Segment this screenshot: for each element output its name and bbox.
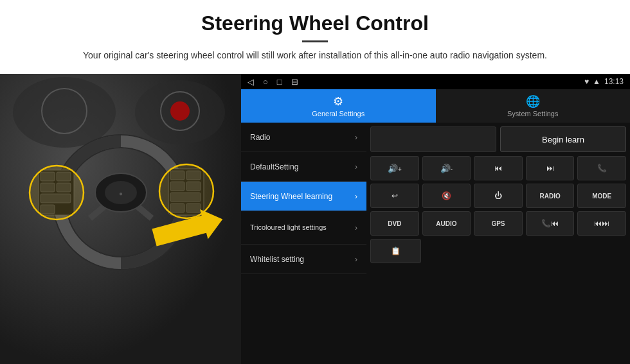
main-area: Radio › DefaultSetting › Steering Wheel … bbox=[241, 123, 630, 364]
chevron-icon-steering: › bbox=[355, 192, 357, 201]
prev-track-button[interactable]: ⏮ bbox=[474, 156, 523, 180]
gear-icon: ⚙ bbox=[333, 94, 343, 108]
menu-item-default-label: DefaultSetting bbox=[250, 162, 355, 171]
next-track-icon: ⏭ bbox=[546, 164, 554, 173]
menu-item-radio[interactable]: Radio › bbox=[241, 123, 366, 152]
android-unit: ◁ ○ □ ⊟ ♥ ▲ 13:13 ⚙ General Settings bbox=[241, 74, 630, 364]
begin-learn-button[interactable]: Begin learn bbox=[500, 126, 626, 152]
menu-item-whitelist[interactable]: Whitelist setting › bbox=[241, 245, 366, 274]
nav-icons: ◁ ○ □ ⊟ bbox=[248, 77, 298, 87]
control-grid-row3: DVD AUDIO GPS 📞⏮ ⏮⏭ bbox=[370, 211, 626, 236]
list-button[interactable]: 📋 bbox=[370, 239, 421, 263]
menu-item-default[interactable]: DefaultSetting › bbox=[241, 152, 366, 182]
tab-general-settings[interactable]: ⚙ General Settings bbox=[241, 89, 436, 123]
back-arrow-icon: ↩ bbox=[392, 191, 398, 200]
globe-icon: 🌐 bbox=[526, 94, 540, 108]
mode-label: MODE bbox=[592, 193, 611, 200]
gps-label: GPS bbox=[491, 220, 505, 227]
location-icon: ♥ bbox=[584, 77, 589, 86]
chevron-icon-default: › bbox=[355, 162, 357, 171]
subtitle: Your original car's steering wheel contr… bbox=[51, 49, 579, 62]
tab-system-label: System Settings bbox=[507, 110, 558, 117]
svg-point-28 bbox=[30, 166, 84, 220]
content-section: ● bbox=[0, 74, 630, 364]
phone-prev-icon: 📞⏮ bbox=[541, 219, 559, 228]
control-grid-row2: ↩ 🔇 ⏻ RADIO MODE bbox=[370, 184, 626, 208]
gps-button[interactable]: GPS bbox=[474, 211, 523, 236]
vol-up-icon: 🔊+ bbox=[388, 164, 402, 173]
list-icon: 📋 bbox=[391, 247, 401, 256]
svg-point-0 bbox=[13, 77, 116, 148]
audio-label: AUDIO bbox=[436, 220, 456, 227]
dvd-label: DVD bbox=[388, 220, 401, 227]
menu-item-radio-label: Radio bbox=[250, 133, 355, 142]
control-grid-row4: 📋 bbox=[370, 239, 626, 263]
back-icon[interactable]: ◁ bbox=[248, 77, 254, 87]
menu-item-steering[interactable]: Steering Wheel learning › bbox=[241, 182, 366, 211]
chevron-icon-radio: › bbox=[355, 133, 357, 142]
mode-button[interactable]: MODE bbox=[577, 184, 626, 208]
menu-icon[interactable]: ⊟ bbox=[291, 77, 298, 87]
chevron-icon-whitelist: › bbox=[355, 255, 357, 264]
status-right: ♥ ▲ 13:13 bbox=[584, 77, 624, 86]
tab-bar: ⚙ General Settings 🌐 System Settings bbox=[241, 89, 630, 123]
mute-button[interactable]: 🔇 bbox=[422, 184, 471, 208]
next-track-button[interactable]: ⏭ bbox=[526, 156, 575, 180]
chevron-icon-tricoloured: › bbox=[355, 223, 357, 232]
steering-bg: ● bbox=[0, 74, 241, 364]
power-icon: ⏻ bbox=[494, 191, 502, 200]
recents-icon[interactable]: □ bbox=[277, 77, 282, 87]
page-container: Steering Wheel Control Your original car… bbox=[0, 0, 630, 364]
mute-icon: 🔇 bbox=[442, 191, 451, 200]
tab-general-label: General Settings bbox=[312, 110, 364, 117]
control-panel: Begin learn 🔊+ 🔊- ⏮ bbox=[366, 123, 630, 364]
radio-button[interactable]: RADIO bbox=[526, 184, 575, 208]
title-divider bbox=[302, 40, 328, 42]
phone-icon: 📞 bbox=[597, 164, 607, 173]
control-grid-row1: 🔊+ 🔊- ⏮ ⏭ 📞 bbox=[370, 156, 626, 180]
radio-label: RADIO bbox=[539, 193, 560, 200]
audio-button[interactable]: AUDIO bbox=[422, 211, 471, 236]
header-section: Steering Wheel Control Your original car… bbox=[0, 0, 630, 67]
svg-point-29 bbox=[159, 164, 213, 218]
prev-track-icon: ⏮ bbox=[494, 164, 502, 173]
skip-button[interactable]: ⏮⏭ bbox=[577, 211, 626, 236]
power-button[interactable]: ⏻ bbox=[474, 184, 523, 208]
vol-down-icon: 🔊- bbox=[440, 164, 453, 173]
svg-text:●: ● bbox=[119, 190, 123, 197]
menu-item-tricoloured[interactable]: Tricoloured light settings › bbox=[241, 211, 366, 245]
skip-icon: ⏮⏭ bbox=[594, 219, 609, 228]
page-title: Steering Wheel Control bbox=[26, 12, 604, 35]
menu-item-whitelist-label: Whitelist setting bbox=[250, 255, 355, 264]
signal-icon: ▲ bbox=[593, 77, 600, 86]
steering-wheel-svg: ● bbox=[0, 74, 241, 273]
status-bar: ◁ ○ □ ⊟ ♥ ▲ 13:13 bbox=[241, 74, 630, 89]
menu-item-steering-label: Steering Wheel learning bbox=[250, 192, 355, 201]
svg-point-4 bbox=[170, 101, 190, 121]
top-row: Begin learn bbox=[370, 126, 626, 152]
phone-button[interactable]: 📞 bbox=[577, 156, 626, 180]
back-button[interactable]: ↩ bbox=[370, 184, 419, 208]
input-box bbox=[370, 126, 496, 152]
dvd-button[interactable]: DVD bbox=[370, 211, 419, 236]
menu-item-tricoloured-label: Tricoloured light settings bbox=[250, 223, 355, 232]
steering-wheel-area: ● bbox=[0, 74, 241, 364]
tab-system-settings[interactable]: 🌐 System Settings bbox=[436, 89, 631, 123]
vol-down-button[interactable]: 🔊- bbox=[422, 156, 471, 180]
vol-up-button[interactable]: 🔊+ bbox=[370, 156, 419, 180]
time-display: 13:13 bbox=[604, 77, 624, 86]
menu-list: Radio › DefaultSetting › Steering Wheel … bbox=[241, 123, 366, 364]
phone-prev-button[interactable]: 📞⏮ bbox=[526, 211, 575, 236]
home-icon[interactable]: ○ bbox=[263, 77, 268, 87]
